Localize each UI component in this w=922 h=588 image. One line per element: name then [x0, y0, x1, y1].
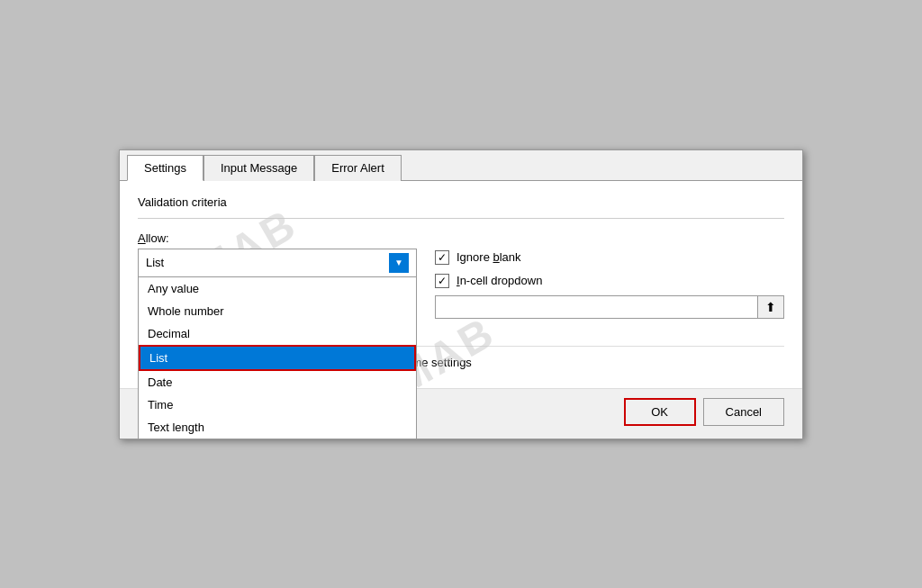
checkboxes: Ignore blank In-cell dropdown — [435, 249, 784, 288]
allow-dropdown-container: List ▼ Any value Whole number Decimal Li… — [138, 249, 417, 277]
tab-bar: Settings Input Message Error Alert — [120, 150, 802, 181]
right-side: Ignore blank In-cell dropdown ⬆ — [435, 249, 784, 319]
dropdown-item-any-value[interactable]: Any value — [139, 277, 416, 300]
dropdown-item-date[interactable]: Date — [139, 371, 416, 394]
dropdown-arrow-icon[interactable]: ▼ — [389, 253, 409, 273]
dropdown-item-whole-number[interactable]: Whole number — [139, 300, 416, 322]
in-cell-dropdown-row: In-cell dropdown — [435, 274, 784, 288]
in-cell-dropdown-checkbox[interactable] — [435, 274, 449, 288]
footer-right: OK Cancel — [624, 398, 784, 426]
source-input[interactable] — [435, 295, 758, 319]
dropdown-item-decimal[interactable]: Decimal — [139, 322, 416, 345]
dialog-body: Validation criteria Allow: List ▼ Any va… — [120, 181, 802, 388]
section-title: Validation criteria — [138, 195, 784, 209]
tab-settings[interactable]: Settings — [127, 155, 203, 181]
row-controls: List ▼ Any value Whole number Decimal Li… — [138, 249, 784, 319]
dropdown-item-time[interactable]: Time — [139, 394, 416, 416]
in-cell-dropdown-label: In-cell dropdown — [456, 274, 542, 287]
cancel-button[interactable]: Cancel — [703, 398, 784, 426]
ignore-blank-checkbox[interactable] — [435, 250, 449, 265]
dropdown-item-list[interactable]: List — [139, 345, 416, 371]
dropdown-item-text-length[interactable]: Text length — [139, 416, 416, 439]
tab-input-message[interactable]: Input Message — [203, 155, 314, 181]
ignore-blank-row: Ignore blank — [435, 250, 784, 265]
allow-dropdown[interactable]: List ▼ — [138, 249, 417, 277]
ok-button[interactable]: OK — [624, 398, 696, 426]
source-row: ⬆ — [435, 295, 784, 319]
dropdown-list: Any value Whole number Decimal List Date… — [138, 277, 417, 439]
allow-label: Allow: — [138, 231, 784, 245]
tab-error-alert[interactable]: Error Alert — [314, 155, 402, 181]
data-validation-dialog: MAB MAB MAB Settings Input Message Error… — [119, 149, 803, 439]
divider — [138, 218, 784, 219]
source-collapse-button[interactable]: ⬆ — [757, 295, 784, 319]
ignore-blank-label: Ignore blank — [456, 250, 521, 264]
